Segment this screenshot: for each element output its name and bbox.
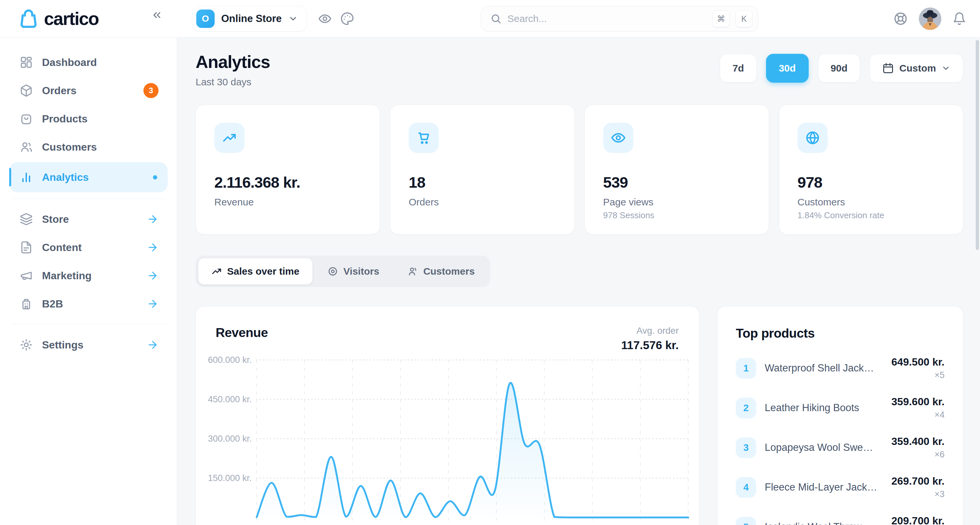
sidebar-item-content[interactable]: Content <box>0 233 177 261</box>
stat-label: Revenue <box>214 197 361 208</box>
range-custom-label: Custom <box>899 63 936 74</box>
cartico-logo-icon <box>18 8 40 30</box>
file-text-icon <box>20 241 33 254</box>
stat-value: 978 <box>797 173 945 191</box>
tab-label: Customers <box>423 266 475 277</box>
top-product-row[interactable]: 1 Waterproof Shell Jack… 649.500 kr. ×5 <box>736 356 945 380</box>
product-name: Fleece Mid-Layer Jack… <box>765 481 883 493</box>
date-range-buttons: 7d 30d 90d Custom <box>720 54 963 83</box>
orders-count-badge: 3 <box>143 83 159 98</box>
product-revenue: 209.700 kr. <box>891 515 945 525</box>
product-name: Icelandic Wool Throw … <box>765 521 883 525</box>
user-icon <box>407 266 418 277</box>
globe-icon <box>797 123 828 153</box>
stat-card-revenue: 2.116.368 kr. Revenue <box>196 105 380 235</box>
dashboard-grid-icon <box>20 56 33 69</box>
circle-dot-icon <box>328 266 338 277</box>
tab-visitors[interactable]: Visitors <box>314 258 393 285</box>
sidebar-divider <box>11 199 166 199</box>
search-icon <box>490 13 501 24</box>
product-revenue: 649.500 kr. <box>891 356 945 368</box>
rank-badge: 2 <box>736 398 756 418</box>
revenue-chart: 600.000 kr. 450.000 kr. 300.000 kr. 150.… <box>196 307 700 525</box>
store-initial-badge: O <box>196 10 215 28</box>
user-avatar[interactable] <box>919 8 941 30</box>
preview-store-button[interactable] <box>318 12 332 25</box>
top-product-row[interactable]: 5 Icelandic Wool Throw … 209.700 kr. ×3 <box>736 515 945 525</box>
sidebar-divider <box>11 324 166 325</box>
chevron-down-icon <box>941 64 950 73</box>
page-title-block: Analytics Last 30 days <box>196 52 270 88</box>
bar-chart-icon <box>20 170 33 184</box>
package-icon <box>20 84 33 97</box>
store-selector[interactable]: O Online Store <box>192 6 307 32</box>
tab-customers[interactable]: Customers <box>395 258 488 285</box>
sidebar-item-label: B2B <box>42 298 63 310</box>
sidebar-item-dashboard[interactable]: Dashboard <box>0 48 177 76</box>
eye-icon <box>603 123 633 153</box>
revenue-chart-svg <box>196 307 700 525</box>
top-product-row[interactable]: 4 Fleece Mid-Layer Jack… 269.700 kr. ×3 <box>736 475 945 500</box>
calendar-icon <box>882 62 894 74</box>
range-custom-button[interactable]: Custom <box>869 54 963 83</box>
active-dot <box>153 175 157 180</box>
top-product-row[interactable]: 3 Lopapeysa Wool Swe… 359.400 kr. ×6 <box>736 436 945 460</box>
sidebar-item-customers[interactable]: Customers <box>0 133 177 161</box>
sidebar-item-orders[interactable]: Orders 3 <box>0 76 177 105</box>
range-90d-button[interactable]: 90d <box>818 54 861 83</box>
stat-value: 539 <box>603 173 750 191</box>
product-right: 269.700 kr. ×3 <box>891 475 945 500</box>
arrow-right-icon <box>147 298 159 310</box>
stat-label: Page views <box>603 197 750 208</box>
megaphone-icon <box>20 269 33 282</box>
charts-row: Revenue Avg. order 117.576 kr. 600.000 k… <box>196 306 963 525</box>
chevron-down-icon <box>288 14 298 24</box>
product-revenue: 269.700 kr. <box>891 475 945 487</box>
trending-up-icon <box>212 266 222 277</box>
rank-badge: 1 <box>736 358 756 379</box>
theme-palette-button[interactable] <box>340 12 354 25</box>
search-box[interactable]: ⌘ K <box>481 6 758 32</box>
trending-up-icon <box>214 123 245 153</box>
stat-label: Orders <box>409 197 556 208</box>
range-30d-button[interactable]: 30d <box>766 54 809 83</box>
scrollbar[interactable] <box>976 40 979 250</box>
product-revenue: 359.600 kr. <box>891 396 945 408</box>
product-quantity: ×3 <box>891 489 945 500</box>
sidebar-item-b2b[interactable]: B2B <box>0 290 177 318</box>
arrow-right-icon <box>147 242 159 253</box>
gear-icon <box>20 338 33 352</box>
sidebar-item-label: Customers <box>42 141 97 153</box>
chevrons-left-icon <box>151 9 163 21</box>
sidebar-collapse-button[interactable] <box>147 5 167 25</box>
bell-icon <box>953 12 966 25</box>
product-revenue: 359.400 kr. <box>891 436 945 447</box>
top-product-row[interactable]: 2 Leather Hiking Boots 359.600 kr. ×4 <box>736 396 945 420</box>
top-actions <box>893 0 966 37</box>
stat-card-customers: 978 Customers 1.84% Conversion rate <box>779 105 963 235</box>
tab-label: Sales over time <box>227 266 299 277</box>
sidebar-item-analytics[interactable]: Analytics <box>9 162 168 192</box>
stat-cards: 2.116.368 kr. Revenue 18 Orders <box>196 105 963 235</box>
sidebar-item-products[interactable]: Products <box>0 105 177 133</box>
main-content: Analytics Last 30 days 7d 30d 90d Custom <box>177 37 980 525</box>
y-axis-tick: 600.000 kr. <box>196 354 252 366</box>
stat-sublabel: 978 Sessions <box>603 210 750 221</box>
sidebar-item-label: Store <box>42 213 69 226</box>
search-input[interactable] <box>508 13 706 24</box>
tab-sales-over-time[interactable]: Sales over time <box>198 258 312 285</box>
sidebar-item-settings[interactable]: Settings <box>0 331 177 359</box>
shopping-cart-icon <box>409 123 439 153</box>
top-products-title: Top products <box>736 326 945 340</box>
sidebar-item-label: Content <box>42 242 82 254</box>
page-subtitle: Last 30 days <box>196 76 270 88</box>
product-quantity: ×5 <box>891 370 945 380</box>
stat-value: 18 <box>409 173 556 191</box>
product-quantity: ×4 <box>891 410 945 420</box>
y-axis-tick: 150.000 kr. <box>196 472 252 484</box>
help-button[interactable] <box>893 11 908 26</box>
sidebar-item-store[interactable]: Store <box>0 205 177 233</box>
range-7d-button[interactable]: 7d <box>720 54 757 83</box>
notifications-button[interactable] <box>953 12 966 25</box>
sidebar-item-marketing[interactable]: Marketing <box>0 261 177 290</box>
